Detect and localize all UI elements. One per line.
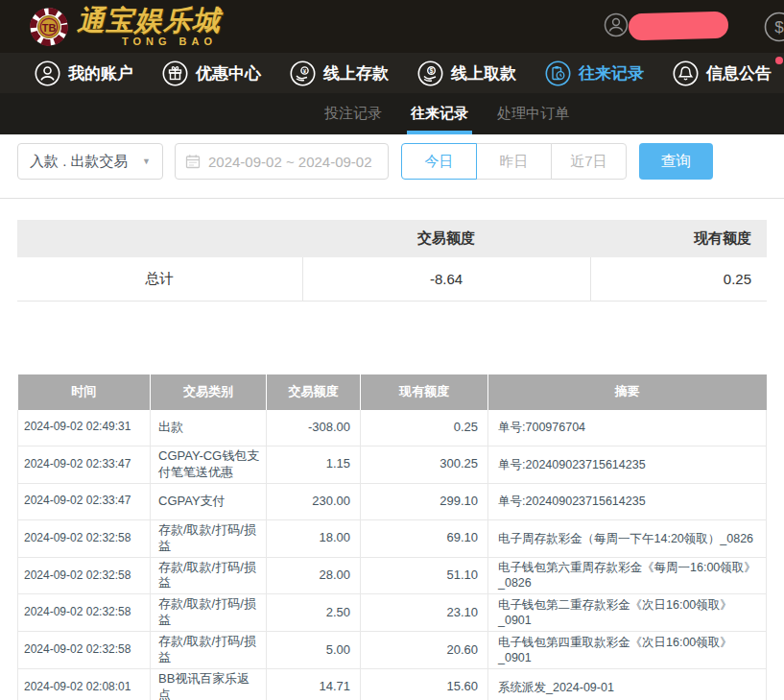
cell-time: 2024-09-02 02:32:58 xyxy=(18,519,151,557)
summary-header-amount: 交易额度 xyxy=(302,220,590,257)
notification-dot xyxy=(775,57,783,64)
cell-time: 2024-09-02 02:33:47 xyxy=(18,447,151,484)
cell-summary: 电子钱包第二重存款彩金《次日16:00领取》_0901 xyxy=(488,594,767,632)
cell-summary: 单号:202409023715614235 xyxy=(488,483,767,519)
nav-item-announcements[interactable]: 信息公告 xyxy=(673,60,772,86)
table-row: 2024-09-02 02:33:47CGPAY-CG钱包支付笔笔送优惠1.15… xyxy=(18,447,767,484)
column-header: 交易类别 xyxy=(151,374,267,410)
cell-type: BB视讯百家乐返点 xyxy=(151,668,267,700)
cell-balance: 69.10 xyxy=(361,519,488,557)
dollar-currency-icon[interactable]: $ xyxy=(763,11,784,43)
table-row: 2024-09-02 02:08:01BB视讯百家乐返点14.7115.60系统… xyxy=(18,668,767,700)
nav-label: 往来记录 xyxy=(579,62,644,84)
column-header: 时间 xyxy=(18,374,151,410)
table-row: 2024-09-02 02:49:31出款-308.000.25单号:70097… xyxy=(18,410,767,447)
cell-amount: -308.00 xyxy=(267,410,361,447)
query-button[interactable]: 查询 xyxy=(639,143,713,180)
cell-type: CGPAY支付 xyxy=(151,483,267,519)
cell-balance: 0.25 xyxy=(361,410,488,447)
brand-name-en: TONG BAO xyxy=(122,36,217,47)
cell-type: 存款/取款/打码/损益 xyxy=(151,557,267,594)
cell-amount: 230.00 xyxy=(267,483,361,519)
selected-type-value: 入款 . 出款交易 xyxy=(30,153,129,171)
tab-transaction-records[interactable]: 往来记录 xyxy=(411,93,468,134)
nav-label: 信息公告 xyxy=(706,62,772,84)
nav-label: 优惠中心 xyxy=(196,62,261,84)
cell-amount: 28.00 xyxy=(267,557,361,594)
nav-label: 我的账户 xyxy=(68,62,133,84)
today-button[interactable]: 今日 xyxy=(401,143,477,180)
top-header-bar: TB 通宝娱乐城 TONG BAO $ xyxy=(0,0,784,53)
cell-time: 2024-09-02 02:33:47 xyxy=(18,483,151,519)
promotions-gift-icon xyxy=(162,60,188,86)
cell-time: 2024-09-02 02:32:58 xyxy=(18,594,151,632)
cell-balance: 23.10 xyxy=(361,594,488,632)
cell-summary: 单号:700976704 xyxy=(488,410,767,447)
nav-label: 线上存款 xyxy=(323,62,389,84)
section-divider xyxy=(0,198,784,199)
table-row: 2024-09-02 02:33:47CGPAY支付230.00299.10单号… xyxy=(18,483,767,519)
cell-time: 2024-09-02 02:32:58 xyxy=(18,557,151,594)
site-logo[interactable]: TB 通宝娱乐城 TONG BAO xyxy=(29,7,221,47)
calendar-icon xyxy=(185,154,201,169)
transaction-records-icon xyxy=(545,60,571,86)
cell-amount: 2.50 xyxy=(267,594,361,632)
cell-time: 2024-09-02 02:08:01 xyxy=(18,668,151,700)
nav-item-promotions[interactable]: 优惠中心 xyxy=(162,60,261,86)
cell-summary: 系统派发_2024-09-01 xyxy=(488,668,767,700)
cell-balance: 300.25 xyxy=(361,447,488,484)
cell-time: 2024-09-02 02:49:31 xyxy=(18,410,151,447)
online-withdraw-icon: $ xyxy=(417,60,443,86)
summary-header-empty xyxy=(17,220,302,257)
online-deposit-icon: ¥ xyxy=(290,60,316,86)
cell-summary: 电子钱包第四重取款彩金《次日16:00领取》_0901 xyxy=(488,632,767,669)
column-header: 摘要 xyxy=(488,374,767,410)
user-area: $ xyxy=(592,0,784,53)
date-range-input[interactable]: 2024-09-02 ~ 2024-09-02 xyxy=(175,143,389,180)
nav-label: 线上取款 xyxy=(451,62,516,84)
tab-betting-records[interactable]: 投注记录 xyxy=(324,93,382,134)
summary-total-label: 总计 xyxy=(17,257,302,301)
summary-total-balance: 0.25 xyxy=(590,257,767,301)
summary-table: 交易额度 现有额度 总计 -8.64 0.25 xyxy=(17,220,767,302)
last-7-days-button[interactable]: 近7日 xyxy=(551,143,627,180)
brand-name-cn: 通宝娱乐城 xyxy=(77,7,221,35)
cell-summary: 电子周存款彩金（每周一下午14:20领取）_0826 xyxy=(488,519,767,557)
cell-type: 存款/取款/打码/损益 xyxy=(151,632,267,669)
nav-item-online-withdraw[interactable]: $ 线上取款 xyxy=(417,60,516,86)
column-header: 交易额度 xyxy=(267,374,361,410)
tab-pending-orders[interactable]: 处理中订单 xyxy=(497,93,569,134)
date-range-value: 2024-09-02 ~ 2024-09-02 xyxy=(208,154,372,170)
nav-item-my-account[interactable]: 我的账户 xyxy=(35,60,133,86)
column-header: 现有额度 xyxy=(361,374,488,410)
cell-summary: 单号:202409023715614235 xyxy=(488,447,767,484)
redacted-username xyxy=(629,12,729,41)
transactions-body: 2024-09-02 02:49:31出款-308.000.25单号:70097… xyxy=(18,410,767,700)
records-tab-bar: 投注记录 往来记录 处理中订单 xyxy=(0,93,784,134)
cell-amount: 1.15 xyxy=(267,447,361,484)
cell-balance: 51.10 xyxy=(361,557,488,594)
dropdown-caret-icon: ▼ xyxy=(142,157,151,166)
cell-type: CGPAY-CG钱包支付笔笔送优惠 xyxy=(151,447,267,484)
table-row: 2024-09-02 02:32:58存款/取款/打码/损益2.5023.10电… xyxy=(18,594,767,632)
user-avatar-icon[interactable] xyxy=(604,12,629,37)
transactions-table: 时间交易类别交易额度现有额度摘要 2024-09-02 02:49:31出款-3… xyxy=(17,374,767,700)
transaction-type-select[interactable]: 入款 . 出款交易 ▼ xyxy=(17,143,163,180)
quick-range-button-group: 今日 昨日 近7日 xyxy=(401,143,627,180)
transactions-header-row: 时间交易类别交易额度现有额度摘要 xyxy=(18,374,767,410)
nav-item-transaction-records[interactable]: 往来记录 xyxy=(545,60,644,86)
svg-text:TB: TB xyxy=(42,21,57,33)
nav-item-online-deposit[interactable]: ¥ 线上存款 xyxy=(290,60,389,86)
summary-total-row: 总计 -8.64 0.25 xyxy=(17,257,767,301)
account-icon xyxy=(35,60,60,86)
yesterday-button[interactable]: 昨日 xyxy=(476,143,552,180)
table-row: 2024-09-02 02:32:58存款/取款/打码/损益28.0051.10… xyxy=(18,557,767,594)
table-row: 2024-09-02 02:32:58存款/取款/打码/损益18.0069.10… xyxy=(18,519,767,557)
svg-text:$: $ xyxy=(430,67,434,75)
summary-header-row: 交易额度 现有额度 xyxy=(17,220,767,257)
cell-type: 存款/取款/打码/损益 xyxy=(151,519,267,557)
casino-chip-logo-icon: TB xyxy=(29,7,69,47)
cell-time: 2024-09-02 02:32:58 xyxy=(18,632,151,669)
main-navigation: 我的账户 优惠中心 ¥ 线上存款 $ 线上取款 xyxy=(0,53,784,93)
cell-amount: 18.00 xyxy=(267,519,361,557)
